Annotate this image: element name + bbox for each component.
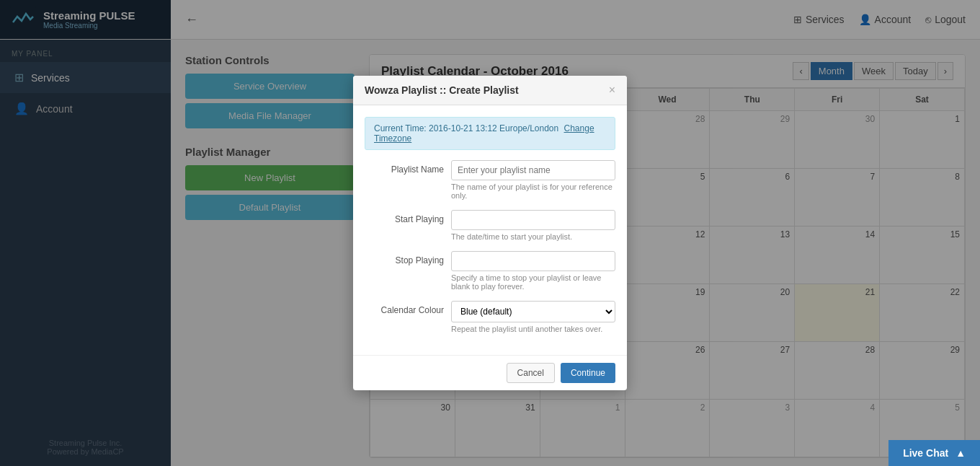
stop-playing-field: Specify a time to stop your playlist or … [451,251,615,291]
modal-overlay: Wowza Playlist :: Create Playlist × Curr… [0,0,980,466]
calendar-colour-field: Blue (default)RedGreenOrange Repeat the … [451,301,615,333]
live-chat-button[interactable]: Live Chat ▲ [888,440,980,466]
continue-button[interactable]: Continue [561,363,615,383]
modal-close-button[interactable]: × [609,84,615,96]
modal-title: Wowza Playlist :: Create Playlist [365,84,519,96]
calendar-colour-select[interactable]: Blue (default)RedGreenOrange [451,301,615,322]
playlist-name-field: The name of your playlist is for your re… [451,160,615,200]
stop-playing-row: Stop Playing Specify a time to stop your… [365,251,615,291]
cancel-button[interactable]: Cancel [507,363,555,383]
start-playing-field: The date/time to start your playlist. [451,210,615,241]
stop-playing-hint: Specify a time to stop your playlist or … [451,273,615,291]
modal-header: Wowza Playlist :: Create Playlist × [353,76,627,105]
live-chat-icon: ▲ [956,447,966,459]
current-time-text: Current Time: 2016-10-21 13:12 Europe/Lo… [374,123,558,133]
playlist-name-label: Playlist Name [365,160,444,175]
live-chat-label: Live Chat [903,447,948,459]
modal-info-bar: Current Time: 2016-10-21 13:12 Europe/Lo… [365,117,615,150]
calendar-colour-row: Calendar Colour Blue (default)RedGreenOr… [365,301,615,333]
playlist-name-hint: The name of your playlist is for your re… [451,183,615,200]
modal-footer: Cancel Continue [353,355,627,390]
start-playing-label: Start Playing [365,210,444,224]
calendar-colour-hint: Repeat the playlist until another takes … [451,325,615,333]
create-playlist-modal: Wowza Playlist :: Create Playlist × Curr… [353,76,627,390]
stop-playing-label: Stop Playing [365,251,444,265]
modal-body: Current Time: 2016-10-21 13:12 Europe/Lo… [353,105,627,355]
start-playing-input[interactable] [451,210,615,230]
calendar-colour-label: Calendar Colour [365,301,444,315]
stop-playing-input[interactable] [451,251,615,271]
start-playing-hint: The date/time to start your playlist. [451,232,615,241]
start-playing-row: Start Playing The date/time to start you… [365,210,615,241]
playlist-name-row: Playlist Name The name of your playlist … [365,160,615,200]
playlist-name-input[interactable] [451,160,615,180]
